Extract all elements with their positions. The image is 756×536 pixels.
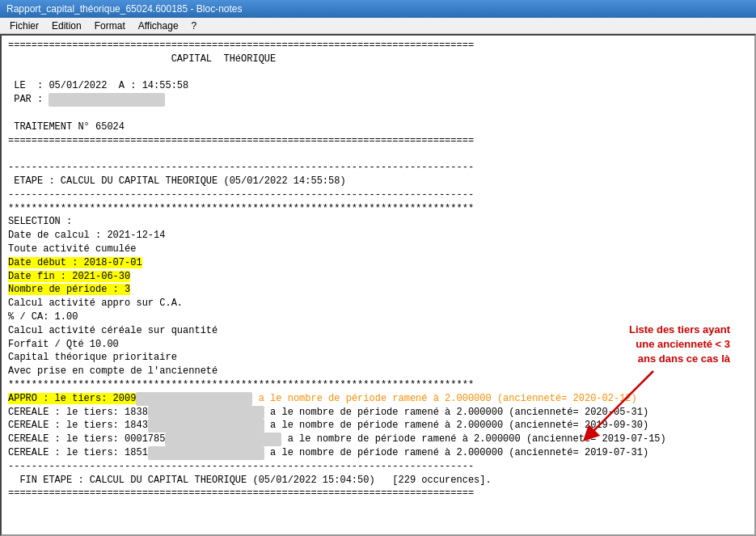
pct-ca: % / CA: 1.00	[8, 311, 78, 323]
appro-line: APPRO : le tiers: 2009 a le nombre de pé…	[8, 393, 637, 404]
c4-redacted	[148, 446, 264, 460]
sep-dash3: ----------------------------------------…	[8, 461, 474, 472]
cereale2-suffix: a le nombre de période ramené à 2.000000…	[264, 420, 648, 431]
calcul-activite: Calcul activité appro sur C.A.	[8, 298, 183, 309]
date-calcul: Date de calcul : 2021-12-14	[8, 230, 165, 241]
cereale1-prefix: CEREALE : le tiers: 1838	[8, 407, 148, 418]
cereale4-line: CEREALE : le tiers: 1851 a le nombre de …	[8, 447, 648, 458]
sep-dash1: ----------------------------------------…	[8, 162, 474, 173]
cereale2-line: CEREALE : le tiers: 1843 a le nombre de …	[8, 420, 648, 431]
menu-format[interactable]: Format	[88, 19, 132, 33]
sep-dash2: ----------------------------------------…	[8, 189, 474, 200]
avec-prise: Avec prise en compte de l'ancienneté	[8, 365, 218, 377]
menu-fichier[interactable]: Fichier	[3, 19, 45, 33]
menu-affichage[interactable]: Affichage	[132, 19, 185, 33]
c1-redacted	[148, 406, 264, 420]
date-line: LE : 05/01/2022 A : 14:55:58	[8, 80, 188, 91]
sep-stars: ****************************************…	[8, 203, 474, 214]
sep-stars2: ****************************************…	[8, 379, 474, 390]
cereale4-prefix: CEREALE : le tiers: 1851	[8, 447, 148, 458]
c3-redacted	[165, 433, 281, 446]
toute-activite: Toute activité cumulée	[8, 243, 136, 255]
menu-edition[interactable]: Edition	[45, 19, 88, 33]
capital-prioritaire: Capital théorique prioritaire	[8, 352, 177, 363]
menu-help[interactable]: ?	[185, 19, 204, 33]
par-redacted	[49, 93, 165, 107]
fin-etape: FIN ETAPE : CALCUL DU CAPITAL THEORIQUE …	[8, 475, 492, 486]
nombre-periode: Nombre de période : 3	[8, 284, 130, 295]
content-area[interactable]: ========================================…	[0, 34, 756, 536]
date-fin: Date fin : 2021-06-30	[8, 271, 130, 282]
sep-bottom: ========================================…	[8, 487, 474, 499]
calcul-cereale: Calcul activité céréale sur quantité	[8, 325, 218, 336]
c2-redacted	[148, 419, 264, 433]
selection: SELECTION :	[8, 216, 72, 227]
par-line: PAR :	[8, 94, 49, 105]
date-debut: Date début : 2018-07-01	[8, 257, 142, 268]
cereale1-line: CEREALE : le tiers: 1838 a le nombre de …	[8, 407, 648, 418]
etape-line: ETAPE : CALCUL DU CAPITAL THEORIQUE (05/…	[8, 175, 346, 187]
cereale3-line: CEREALE : le tiers: 0001785 a le nombre …	[8, 433, 666, 445]
header-title: CAPITAL THéORIQUE	[8, 53, 276, 65]
title-text: Rapport_capital_théorique_65024.600185 -…	[6, 3, 243, 15]
traitement: TRAITEMENT N° 65024	[8, 121, 125, 133]
cereale3-prefix: CEREALE : le tiers: 0001785	[8, 433, 165, 445]
title-bar: Rapport_capital_théorique_65024.600185 -…	[0, 0, 756, 18]
sep2: ========================================…	[8, 135, 474, 146]
forfait: Forfait / Qté 10.00	[8, 339, 119, 350]
appro-prefix: APPRO : le tiers: 2009	[8, 393, 136, 404]
appro-redacted	[136, 392, 252, 406]
cereale1-suffix: a le nombre de période ramené à 2.000000…	[264, 407, 648, 418]
appro-suffix: a le nombre de période ramené à 2.000000…	[252, 393, 636, 404]
cereale3-suffix: a le nombre de période ramené à 2.000000…	[281, 433, 665, 445]
text-body: ========================================…	[8, 39, 748, 500]
cereale2-prefix: CEREALE : le tiers: 1843	[8, 420, 148, 431]
cereale4-suffix: a le nombre de période ramené à 2.000000…	[264, 447, 648, 458]
sep-top: ========================================…	[8, 40, 474, 51]
menu-bar: Fichier Edition Format Affichage ?	[0, 18, 756, 34]
